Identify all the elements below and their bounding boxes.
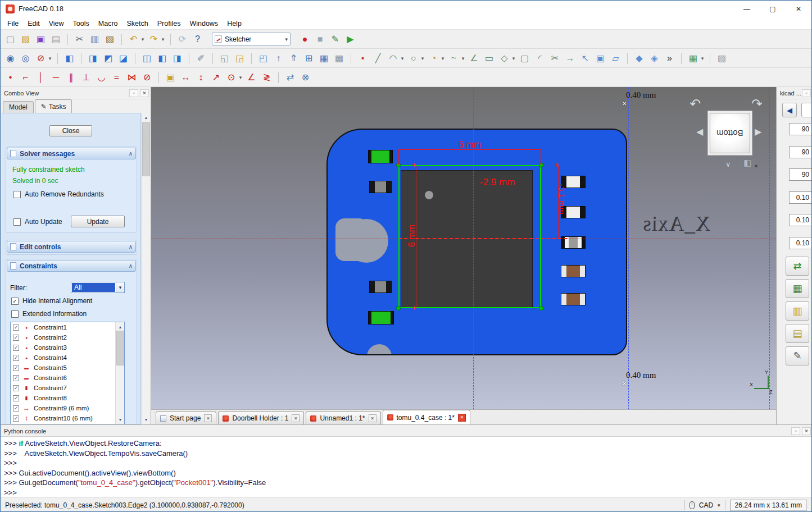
- save-icon[interactable]: ▣: [33, 31, 48, 47]
- merge-sketches-icon[interactable]: ▩: [332, 51, 347, 66]
- kicad-push-icon[interactable]: ⇄: [786, 257, 809, 276]
- constraint-parallel-icon[interactable]: ∥: [63, 70, 79, 85]
- polygon-dropdown-icon[interactable]: ▾: [510, 51, 517, 66]
- redo-dropdown-icon[interactable]: ▾: [160, 31, 166, 47]
- chevron-down-icon[interactable]: ▾: [285, 36, 288, 42]
- kicad-save-icon[interactable]: ▤: [786, 324, 809, 343]
- undo-icon[interactable]: ↶: [126, 31, 141, 47]
- constraint-checkbox[interactable]: [13, 345, 19, 351]
- python-console-body[interactable]: >>> if ActiveSketch.ViewObject.RestoreCa…: [1, 436, 812, 497]
- auto-remove-checkbox[interactable]: [13, 191, 21, 198]
- kicad-export-icon[interactable]: ▥: [786, 301, 809, 321]
- reorient-sketch-icon[interactable]: ⊞: [301, 51, 316, 66]
- copy-icon[interactable]: ▥: [87, 31, 102, 47]
- view-right-icon[interactable]: ◪: [116, 51, 131, 66]
- float-panel-icon[interactable]: [791, 427, 800, 435]
- solver-messages-header[interactable]: Solver messages: [7, 148, 136, 159]
- carbon-copy-icon[interactable]: ▣: [593, 51, 608, 66]
- constraint-row[interactable]: Constraint7: [11, 383, 124, 393]
- constraint-lock-icon[interactable]: ▣: [163, 70, 178, 85]
- dimension-width-label[interactable]: 6 mm: [398, 140, 541, 150]
- kicad-edit-icon[interactable]: ✎: [786, 346, 809, 365]
- create-bspline-icon[interactable]: ~: [446, 51, 461, 66]
- scroll-down-icon[interactable]: [116, 415, 125, 424]
- create-slot-icon[interactable]: ▢: [517, 51, 532, 66]
- chevron-down-icon[interactable]: [725, 159, 731, 169]
- close-panel-icon[interactable]: [802, 427, 811, 435]
- edit-controls-header[interactable]: Edit controls: [7, 241, 136, 253]
- sketch-vertex[interactable]: [396, 306, 401, 310]
- constraint-checkbox[interactable]: [13, 365, 19, 371]
- constraint-checkbox[interactable]: [13, 395, 19, 401]
- tab-model[interactable]: Model: [3, 101, 34, 113]
- conic-dropdown-icon[interactable]: ▾: [439, 51, 446, 66]
- constraint-row[interactable]: Constraint6: [11, 373, 124, 383]
- cut-icon[interactable]: ✂: [72, 31, 87, 47]
- rotate-right-icon[interactable]: [755, 126, 761, 137]
- create-line-icon[interactable]: ╱: [370, 51, 385, 66]
- measure-distance-icon[interactable]: ✐: [193, 51, 208, 66]
- constraint-coincident-icon[interactable]: •: [3, 70, 18, 85]
- constraint-symmetric-icon[interactable]: ⋈: [124, 70, 139, 85]
- constraint-vertical-icon[interactable]: │: [33, 70, 48, 85]
- rotation-value-field[interactable]: 0.10: [789, 191, 812, 204]
- create-rectangle-icon[interactable]: ▭: [482, 51, 497, 66]
- menu-item[interactable]: File: [3, 17, 23, 30]
- sketch-vertex[interactable]: [539, 306, 543, 310]
- menu-item[interactable]: View: [44, 17, 69, 30]
- kicad-pull-icon[interactable]: ▦: [786, 279, 809, 298]
- constraint-row[interactable]: Constraint8: [11, 393, 124, 403]
- undo-dropdown-icon[interactable]: ▾: [139, 31, 146, 47]
- map-sketch-icon[interactable]: ⇑: [286, 51, 301, 66]
- constraint-row[interactable]: Constraint3: [11, 342, 124, 353]
- dimension-height-label[interactable]: 6 mm: [407, 225, 417, 247]
- constraint-angle-icon[interactable]: ∠: [244, 70, 259, 85]
- constraints-list-scrollbar[interactable]: [115, 322, 124, 424]
- create-polyline-icon[interactable]: ∠: [466, 51, 482, 66]
- sketch-vertex[interactable]: [539, 163, 543, 167]
- constraint-snell-icon[interactable]: ≷: [259, 70, 274, 85]
- collapse-chevron-icon[interactable]: [129, 263, 133, 269]
- constraint-checkbox[interactable]: [13, 385, 19, 391]
- fit-all-icon[interactable]: ◉: [3, 51, 18, 66]
- scrollbar-thumb[interactable]: [142, 122, 150, 176]
- create-fillet-icon[interactable]: ◜: [532, 51, 547, 66]
- close-tab-icon[interactable]: [458, 414, 466, 422]
- validate-sketch-icon[interactable]: ▦: [316, 51, 332, 66]
- rotate-cw-icon[interactable]: [751, 96, 763, 112]
- previous-button[interactable]: ◀: [782, 103, 797, 117]
- toggle-driving-constraint-icon[interactable]: ⇄: [283, 70, 298, 85]
- constraint-row[interactable]: Constraint2: [11, 332, 124, 342]
- next-button[interactable]: [801, 103, 812, 117]
- menu-item[interactable]: Windows: [185, 17, 223, 30]
- document-tab[interactable]: Unnamed1 : 1*: [306, 412, 380, 424]
- auto-remove-redundants-row[interactable]: Auto Remove Redundants: [13, 190, 104, 198]
- toolbar-overflow-icon[interactable]: »: [662, 51, 677, 66]
- extend-edge-icon[interactable]: →: [562, 51, 578, 66]
- scroll-down-icon[interactable]: [142, 415, 151, 424]
- menu-item[interactable]: Profiles: [153, 17, 185, 30]
- chevron-down-icon[interactable]: [718, 502, 720, 508]
- render-order-icon[interactable]: ▨: [714, 51, 729, 66]
- view-rear-icon[interactable]: ◫: [139, 51, 155, 66]
- constraint-row[interactable]: Constraint1: [11, 322, 124, 332]
- constraint-horizontal-icon[interactable]: ─: [48, 70, 63, 85]
- create-circle-icon[interactable]: ○: [406, 51, 421, 66]
- float-panel-icon[interactable]: [802, 89, 811, 97]
- constraint-point-on-object-icon[interactable]: ⌐: [18, 70, 33, 85]
- auto-update-row[interactable]: Auto Update: [13, 218, 62, 226]
- redo-icon[interactable]: ↷: [146, 31, 161, 47]
- menu-item[interactable]: Edit: [23, 17, 44, 30]
- edit-sketch-icon[interactable]: ↑: [271, 51, 286, 66]
- external-geometry-icon[interactable]: ↖: [578, 51, 593, 66]
- arc-dropdown-icon[interactable]: ▾: [399, 51, 406, 66]
- workbench-selector[interactable]: Sketcher ▾: [212, 33, 291, 45]
- whats-this-icon[interactable]: ?: [190, 31, 205, 47]
- bspline-dropdown-icon[interactable]: ▾: [460, 51, 466, 66]
- menu-item[interactable]: Help: [223, 17, 246, 30]
- constraint-radius-icon[interactable]: ⊙: [224, 70, 239, 85]
- macro-record-icon[interactable]: ●: [297, 31, 312, 47]
- sketch-view-section-icon[interactable]: ◲: [232, 51, 247, 66]
- constraint-row[interactable]: Constraint4: [11, 353, 124, 363]
- macro-edit-icon[interactable]: ✎: [328, 31, 343, 47]
